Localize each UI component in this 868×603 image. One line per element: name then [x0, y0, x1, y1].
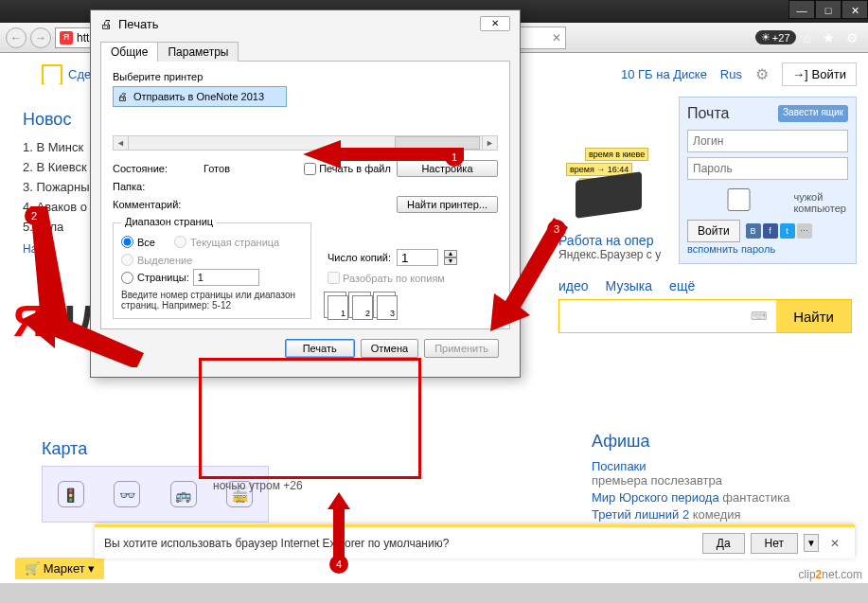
default-browser-bar: Вы хотите использовать браузер Internet …	[95, 524, 855, 559]
keyboard-icon[interactable]: ⌨	[741, 300, 776, 332]
create-mailbox-button[interactable]: Завести ящик	[778, 105, 848, 122]
afisha-link[interactable]: Мир Юрского периода	[592, 490, 719, 505]
mail-title: ПочтаЗавести ящик	[687, 105, 848, 122]
tab-video[interactable]: идео	[558, 278, 589, 293]
favorites-icon[interactable]: ★	[819, 30, 839, 45]
close-icon[interactable]: ✕	[824, 537, 845, 550]
cancel-button[interactable]: Отмена	[361, 339, 418, 358]
prompt-text: Вы хотите использовать браузер Internet …	[104, 537, 697, 550]
select-printer-label: Выберите принтер	[113, 71, 498, 82]
tools-icon[interactable]: ⚙	[842, 30, 862, 45]
copies-group: Число копий: ▲▼ Разобрать по копиям 123	[328, 249, 488, 320]
tab-options[interactable]: Параметры	[157, 42, 239, 62]
weather-text: ночью утром +26	[213, 479, 303, 492]
make-start-link[interactable]: Сде	[68, 67, 91, 81]
group-title: Диапазон страниц	[121, 216, 217, 227]
range-pages-radio[interactable]: Страницы:	[121, 272, 189, 284]
maps-widget[interactable]: 🚦 👓 🚌 🚋	[42, 466, 269, 523]
printer-icon: 🖨	[100, 17, 113, 31]
no-button[interactable]: Нет	[751, 533, 798, 554]
copies-input[interactable]	[397, 249, 438, 266]
window-minimize-button[interactable]: —	[788, 0, 815, 19]
foreign-pc-checkbox[interactable]: чужой компьютер	[687, 188, 848, 216]
lang-link[interactable]: Rus	[720, 67, 742, 81]
annotation-badge-4: 4	[329, 555, 348, 574]
dialog-titlebar[interactable]: 🖨Печать ✕	[91, 10, 520, 37]
tab-general[interactable]: Общие	[100, 42, 158, 62]
opera-link[interactable]: Работа на опер	[558, 233, 653, 248]
dialog-title: Печать	[118, 17, 159, 31]
tab-more[interactable]: ещё	[669, 278, 695, 293]
dropdown-button[interactable]: ▼	[804, 534, 819, 552]
disk-link[interactable]: 10 ГБ на Диске	[621, 67, 707, 81]
search-box: ⌨ Найти	[558, 299, 852, 333]
printer-scrollbar[interactable]: ◄►	[113, 135, 498, 151]
printer-item[interactable]: 🖨 Отправить в OneNote 2013	[113, 86, 287, 107]
apply-button[interactable]: Применить	[424, 339, 499, 358]
bookmark-icon	[42, 64, 62, 85]
opera-subtitle: Яндекс.Браузер с у	[558, 248, 852, 261]
window-maximize-button[interactable]: □	[815, 0, 841, 19]
pages-input[interactable]	[193, 269, 259, 286]
afisha-link[interactable]: Посипаки	[592, 459, 647, 473]
copies-spinner[interactable]: ▲▼	[444, 250, 457, 265]
search-button[interactable]: Найти	[776, 300, 851, 332]
annotation-badge-3: 3	[547, 220, 566, 239]
print-dialog: 🖨Печать ✕ Общие Параметры Выберите принт…	[90, 9, 521, 378]
watermark: clip2net.com	[799, 568, 862, 581]
site-icon: Я	[60, 31, 73, 44]
window-close-button[interactable]: ✕	[841, 0, 868, 19]
phone-promo-image: время в киеве время → 16:44 время	[566, 148, 651, 214]
print-button[interactable]: Печать	[285, 339, 355, 358]
weather-badge[interactable]: ☀ +27	[755, 30, 796, 44]
forward-button[interactable]: →	[30, 27, 51, 48]
collate-checkbox[interactable]: Разобрать по копиям	[328, 272, 488, 284]
back-button[interactable]: ←	[6, 27, 27, 48]
find-printer-button[interactable]: Найти принтер...	[397, 196, 498, 213]
login-button[interactable]: →] Войти	[782, 62, 857, 86]
state-value: Готов	[204, 163, 298, 174]
afisha-heading[interactable]: Афиша	[592, 432, 857, 452]
annotation-badge-1: 1	[445, 148, 464, 167]
tab-music[interactable]: Музыка	[606, 278, 653, 293]
printer-name: Отправить в OneNote 2013	[133, 91, 264, 102]
annotation-badge-2: 2	[25, 206, 44, 225]
page-range-group: Диапазон страниц Все Текущая страница Вы…	[113, 222, 311, 319]
printer-icon: 🖨	[117, 91, 128, 102]
yes-button[interactable]: Да	[702, 533, 745, 554]
mail-password-input[interactable]	[687, 157, 848, 180]
mail-login-input[interactable]	[687, 130, 848, 152]
mid-column: Работа на опер Яндекс.Браузер с у идео М…	[558, 233, 852, 333]
search-input[interactable]	[559, 300, 741, 332]
range-hint: Введите номер страницы или диапазон стра…	[121, 290, 303, 310]
close-icon[interactable]: ✕	[552, 31, 561, 44]
range-current-radio[interactable]: Текущая страница	[174, 236, 279, 248]
folder-label: Папка:	[113, 181, 198, 192]
afisha-link[interactable]: Третий лишний 2	[592, 507, 689, 522]
print-to-file-checkbox[interactable]: Печать в файл	[304, 163, 391, 175]
home-icon[interactable]: ⌂	[800, 30, 815, 45]
range-selection-radio[interactable]: Выделение	[121, 254, 303, 266]
maps-heading[interactable]: Карта	[42, 439, 87, 459]
state-label: Состояние:	[113, 163, 198, 174]
range-all-radio[interactable]: Все	[121, 236, 155, 248]
binoculars-icon[interactable]: 👓	[114, 481, 140, 507]
comment-label: Комментарий:	[113, 199, 198, 210]
dialog-close-button[interactable]: ✕	[480, 16, 510, 31]
copies-label: Число копий:	[328, 252, 391, 263]
gear-icon[interactable]: ⚙	[755, 65, 769, 83]
market-tab[interactable]: 🛒 Маркет ▾	[15, 558, 104, 579]
traffic-icon[interactable]: 🚦	[58, 481, 84, 507]
collate-illustration: 123	[328, 295, 488, 320]
bus-icon[interactable]: 🚌	[170, 481, 197, 507]
